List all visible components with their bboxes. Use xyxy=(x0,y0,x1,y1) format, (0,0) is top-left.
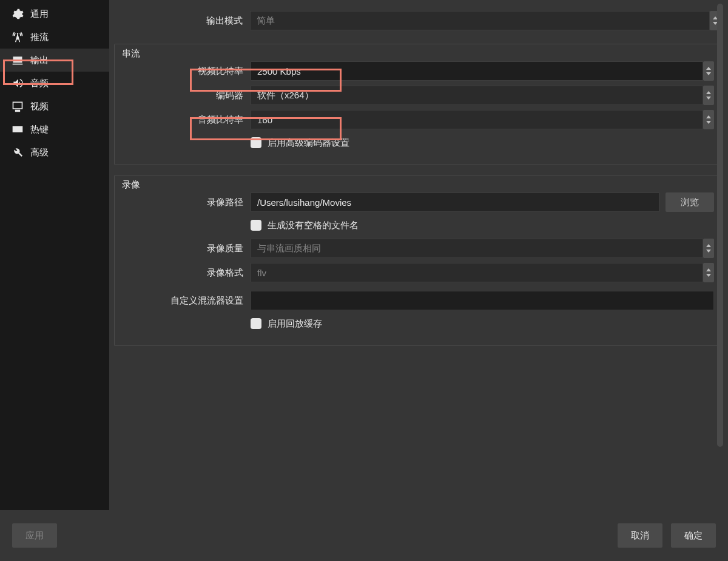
replay-buffer-checkbox[interactable] xyxy=(251,318,261,329)
settings-sidebar: 通用 推流 输出 音频 视频 xyxy=(0,0,109,510)
encoder-label: 编码器 xyxy=(121,90,251,101)
nospace-checkbox[interactable] xyxy=(251,220,261,231)
video-bitrate-input[interactable]: 2500 Kbps xyxy=(251,61,703,81)
sidebar-item-general[interactable]: 通用 xyxy=(0,2,109,25)
sidebar-item-label: 推流 xyxy=(30,32,49,43)
recording-legend: 录像 xyxy=(122,179,140,191)
audio-bitrate-select[interactable]: 160 xyxy=(251,110,703,129)
video-bitrate-stepper[interactable] xyxy=(703,61,714,81)
browse-label: 浏览 xyxy=(681,197,699,208)
sidebar-item-label: 输出 xyxy=(30,55,49,66)
video-bitrate-label: 视频比特率 xyxy=(121,66,251,77)
speaker-icon xyxy=(11,76,24,90)
sidebar-item-label: 视频 xyxy=(30,101,49,112)
cancel-label: 取消 xyxy=(631,530,649,542)
sidebar-item-stream[interactable]: 推流 xyxy=(0,25,109,49)
sidebar-item-audio[interactable]: 音频 xyxy=(0,72,109,95)
record-path-input[interactable]: /Users/lusihang/Movies xyxy=(251,192,659,212)
record-path-label: 录像路径 xyxy=(121,197,251,208)
record-path-value: /Users/lusihang/Movies xyxy=(257,197,351,208)
audio-bitrate-label: 音频比特率 xyxy=(121,114,251,126)
audio-bitrate-stepper[interactable] xyxy=(703,110,714,129)
sidebar-item-video[interactable]: 视频 xyxy=(0,95,109,118)
cancel-button[interactable]: 取消 xyxy=(618,523,662,548)
encoder-stepper[interactable] xyxy=(703,86,714,105)
sidebar-item-label: 通用 xyxy=(30,8,49,20)
sidebar-item-output[interactable]: 输出 xyxy=(0,49,109,72)
output-mode-select[interactable]: 简单 xyxy=(250,11,710,30)
recording-group: 录像 录像路径 /Users/lusihang/Movies 浏览 生成没有空格… xyxy=(114,175,721,346)
record-format-select[interactable]: flv xyxy=(251,263,703,282)
settings-main: 输出模式 简单 串流 视频比特率 2500 Kbps xyxy=(109,0,728,510)
replay-buffer-checkbox-label: 启用回放缓存 xyxy=(268,318,322,330)
encoder-value: 软件（x264） xyxy=(257,90,314,101)
audio-bitrate-value: 160 xyxy=(257,115,272,125)
record-format-stepper[interactable] xyxy=(703,263,714,282)
ok-button[interactable]: 确定 xyxy=(671,523,716,548)
sidebar-item-label: 热键 xyxy=(30,124,49,135)
record-quality-label: 录像质量 xyxy=(121,243,251,254)
record-quality-value: 与串流画质相同 xyxy=(257,243,321,254)
sidebar-item-advanced[interactable]: 高级 xyxy=(0,141,109,164)
browse-button[interactable]: 浏览 xyxy=(666,192,714,212)
output-mode-label: 输出模式 xyxy=(114,15,250,27)
settings-window: 通用 推流 输出 音频 视频 xyxy=(0,0,728,561)
adv-encoder-checkbox[interactable] xyxy=(251,137,261,148)
tools-icon xyxy=(11,146,24,159)
monitor-icon xyxy=(11,100,24,113)
antenna-icon xyxy=(11,30,24,44)
video-bitrate-value: 2500 Kbps xyxy=(257,66,301,76)
streaming-group: 串流 视频比特率 2500 Kbps 编码器 软件（x264） xyxy=(114,44,721,165)
record-quality-select[interactable]: 与串流画质相同 xyxy=(251,239,703,258)
streaming-legend: 串流 xyxy=(122,48,140,59)
sidebar-item-label: 高级 xyxy=(30,147,49,158)
sidebar-item-hotkeys[interactable]: 热键 xyxy=(0,118,109,141)
output-mode-value: 简单 xyxy=(257,15,275,27)
sidebar-item-label: 音频 xyxy=(30,78,49,89)
apply-label: 应用 xyxy=(25,530,44,542)
gear-icon xyxy=(11,7,24,21)
muxer-label: 自定义混流器设置 xyxy=(121,295,251,307)
apply-button[interactable]: 应用 xyxy=(12,523,57,548)
nospace-checkbox-label: 生成没有空格的文件名 xyxy=(268,220,359,231)
ok-label: 确定 xyxy=(684,530,703,542)
record-format-value: flv xyxy=(257,268,266,278)
adv-encoder-checkbox-label: 启用高级编码器设置 xyxy=(268,137,349,149)
scrollbar-thumb[interactable] xyxy=(717,4,723,447)
record-format-label: 录像格式 xyxy=(121,267,251,279)
record-quality-stepper[interactable] xyxy=(703,239,714,258)
muxer-input[interactable] xyxy=(251,291,714,310)
scrollbar[interactable] xyxy=(717,4,723,506)
bottom-bar: 应用 取消 确定 xyxy=(0,510,728,561)
output-icon xyxy=(11,53,24,67)
keyboard-icon xyxy=(11,123,24,136)
encoder-select[interactable]: 软件（x264） xyxy=(251,86,703,105)
